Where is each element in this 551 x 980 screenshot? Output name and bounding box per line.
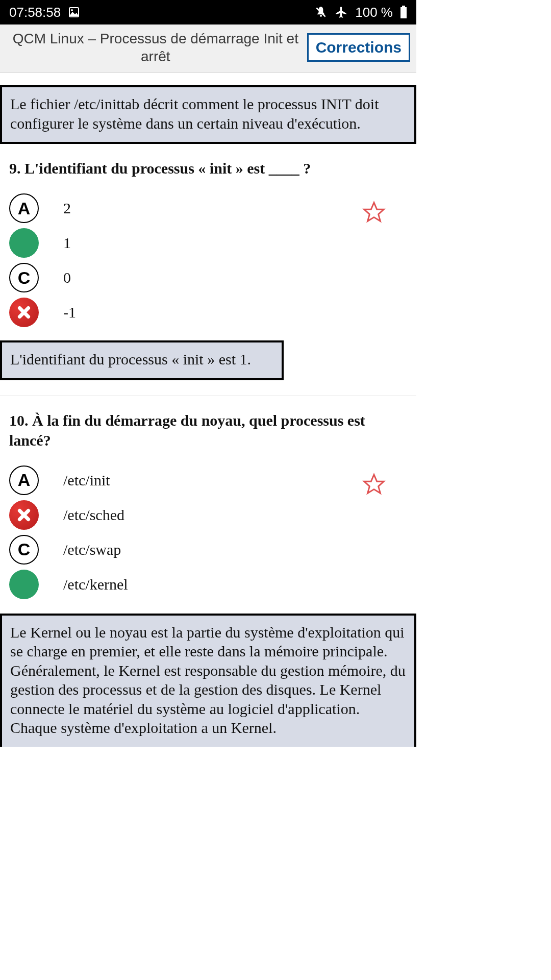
favorite-star-icon[interactable] xyxy=(362,201,386,228)
option-text: /etc/kernel xyxy=(63,576,128,593)
explanation-box-q9: L'identifiant du processus « init » est … xyxy=(0,340,284,380)
option-text: 2 xyxy=(63,200,71,217)
battery-icon xyxy=(400,6,407,19)
question-9-options: A 2 1 C 0 -1 xyxy=(0,183,416,327)
image-icon xyxy=(68,6,80,18)
svg-point-1 xyxy=(71,9,73,11)
correct-icon xyxy=(9,228,39,258)
explanation-box-q10: Le Kernel ou le noyau est la partie du s… xyxy=(0,614,416,747)
status-bar: 07:58:58 100 % xyxy=(0,0,416,24)
explanation-box-inittab: Le fichier /etc/inittab décrit comment l… xyxy=(0,85,416,144)
wrong-icon xyxy=(9,500,39,530)
airplane-icon xyxy=(335,6,348,19)
corrections-button[interactable]: Corrections xyxy=(307,33,410,62)
svg-rect-5 xyxy=(400,7,407,18)
option-9-d[interactable]: -1 xyxy=(9,298,407,327)
status-time: 07:58:58 xyxy=(9,5,61,20)
wrong-icon xyxy=(9,298,39,327)
svg-marker-7 xyxy=(364,474,384,493)
option-9-a[interactable]: A 2 xyxy=(9,193,407,223)
page-title: QCM Linux – Processus de démarrage Init … xyxy=(6,30,307,65)
option-marker: C xyxy=(9,535,39,565)
option-text: /etc/init xyxy=(63,472,110,489)
option-9-b[interactable]: 1 xyxy=(9,228,407,258)
option-marker: A xyxy=(9,465,39,495)
mute-icon xyxy=(314,6,328,19)
svg-rect-2 xyxy=(320,15,322,16)
svg-rect-4 xyxy=(402,6,405,7)
option-10-d[interactable]: /etc/kernel xyxy=(9,570,407,599)
option-9-c[interactable]: C 0 xyxy=(9,263,407,292)
battery-text: 100 % xyxy=(355,5,393,20)
option-text: /etc/swap xyxy=(63,541,121,558)
option-marker: A xyxy=(9,193,39,223)
option-text: 0 xyxy=(63,269,71,286)
option-10-a[interactable]: A /etc/init xyxy=(9,465,407,495)
option-marker: C xyxy=(9,263,39,292)
app-bar: QCM Linux – Processus de démarrage Init … xyxy=(0,24,416,73)
option-text: /etc/sched xyxy=(63,506,124,524)
svg-marker-6 xyxy=(364,203,384,221)
option-text: -1 xyxy=(63,304,76,321)
option-text: 1 xyxy=(63,234,71,252)
question-10-title: 10. À la fin du démarrage du noyau, quel… xyxy=(0,396,416,455)
question-10-options: A /etc/init /etc/sched C /etc/swap /etc/… xyxy=(0,455,416,599)
favorite-star-icon[interactable] xyxy=(362,473,386,500)
option-10-b[interactable]: /etc/sched xyxy=(9,500,407,530)
correct-icon xyxy=(9,570,39,599)
question-9-title: 9. L'identifiant du processus « init » e… xyxy=(0,144,416,183)
option-10-c[interactable]: C /etc/swap xyxy=(9,535,407,565)
